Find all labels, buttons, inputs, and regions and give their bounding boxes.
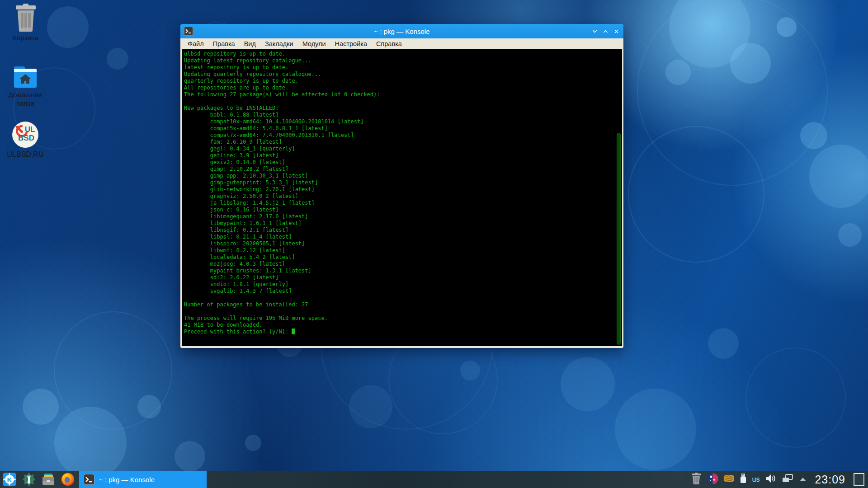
desktop-icon-trash[interactable]: Корзина xyxy=(4,4,47,42)
window-titlebar[interactable]: ~ : pkg — Konsole xyxy=(180,24,623,38)
konsole-window: ~ : pkg — Konsole Ф xyxy=(180,24,623,348)
close-icon xyxy=(613,28,619,34)
svg-text:UL: UL xyxy=(25,125,35,134)
close-button[interactable] xyxy=(613,28,620,35)
home-folder-icon xyxy=(4,65,47,89)
chevron-down-icon xyxy=(592,28,598,34)
window-overview-icon[interactable] xyxy=(781,474,794,485)
menu-plugins[interactable]: Модули xyxy=(298,40,330,47)
menu-bar: Файл Правка Вид Закладки Модули Настройк… xyxy=(180,38,623,49)
desktop-icon-label: Корзина xyxy=(4,33,47,42)
window-title: ~ : pkg — Konsole xyxy=(180,28,623,35)
svg-text:K: K xyxy=(7,476,12,483)
device-notifier-icon[interactable] xyxy=(740,473,747,486)
taskbar: K xyxy=(0,471,868,488)
terminal-area[interactable]: ulbsd repository is up to date. Updating… xyxy=(182,49,622,346)
maximize-button[interactable] xyxy=(602,28,609,35)
task-button-label: ~ : pkg — Konsole xyxy=(99,476,155,483)
menu-help[interactable]: Справка xyxy=(372,40,406,47)
volume-icon[interactable] xyxy=(765,474,776,485)
svg-text:BSD: BSD xyxy=(18,134,34,142)
menu-view[interactable]: Вид xyxy=(240,40,260,47)
keyboard-layout-indicator[interactable]: us xyxy=(752,475,760,483)
desktop-icon-label: Домашняя папка xyxy=(4,90,47,108)
show-desktop-button[interactable] xyxy=(854,473,864,486)
gear-wrench-icon xyxy=(22,473,36,486)
panel-trash-icon[interactable] xyxy=(691,473,702,486)
file-manager-launcher[interactable] xyxy=(42,473,55,486)
taskbar-task-konsole[interactable]: ~ : pkg — Konsole xyxy=(79,471,207,488)
system-tray: us 23:09 xyxy=(691,473,868,486)
menu-edit[interactable]: Правка xyxy=(208,40,240,47)
terminal-output: ulbsd repository is up to date. Updating… xyxy=(182,49,622,328)
desktop-icon-home[interactable]: Домашняя папка xyxy=(4,65,47,108)
file-cabinet-icon xyxy=(42,473,55,486)
kde-menu-icon: K xyxy=(3,473,16,486)
trash-icon xyxy=(4,4,47,32)
terminal-prompt: Proceed with this action? [y/N]: xyxy=(184,328,292,335)
app-launcher-button[interactable]: K xyxy=(3,473,16,486)
system-settings-launcher[interactable] xyxy=(22,473,36,486)
scrollbar-thumb[interactable] xyxy=(617,133,621,345)
firefox-launcher[interactable] xyxy=(61,473,75,486)
desktop-root: { "desktop": { "icons": { "trash": { "la… xyxy=(0,0,868,488)
terminal-scrollbar[interactable] xyxy=(616,49,621,346)
terminal-cursor xyxy=(292,328,295,334)
chevron-up-icon xyxy=(603,28,609,34)
tray-app-icon[interactable] xyxy=(707,473,718,486)
menu-bookmarks[interactable]: Закладки xyxy=(260,40,298,47)
digital-clock[interactable]: 23:09 xyxy=(812,473,848,486)
desktop-icon-ulbsd[interactable]: UL BSD ULBSD.RU xyxy=(2,121,49,159)
tray-expander-arrow[interactable] xyxy=(799,477,807,482)
minimize-button[interactable] xyxy=(591,28,598,35)
konsole-task-icon xyxy=(84,474,94,485)
tray-klipper-icon[interactable] xyxy=(724,474,734,485)
menu-file[interactable]: Файл xyxy=(183,40,208,47)
terminal-prompt-line: Proceed with this action? [y/N]: xyxy=(182,328,622,335)
desktop-icon-label: ULBSD.RU xyxy=(2,150,49,159)
ulbsd-logo-icon: UL BSD xyxy=(2,121,49,148)
menu-settings[interactable]: Настройка xyxy=(330,40,372,47)
firefox-icon xyxy=(61,473,75,486)
